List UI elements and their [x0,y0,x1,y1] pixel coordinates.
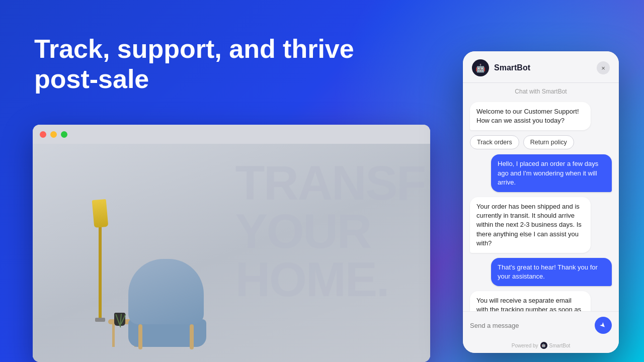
browser-titlebar [33,125,430,144]
browser-content: TRANSF YOUR HOME. [33,144,430,362]
quick-replies-group: Track orders Return policy [470,135,612,149]
message-user-2: That's great to hear! Thank you for your… [491,258,612,286]
bot-name-label: SmartBot [494,63,530,72]
maximize-dot[interactable] [61,131,67,138]
chat-input-area: ➤ [463,311,619,340]
chat-footer-inner: Powered by 🤖 SmartBot [463,342,619,349]
footer-logo: 🤖 [540,342,547,349]
chat-header: 🤖 SmartBot × [463,51,619,83]
robot-icon: 🤖 [475,63,486,73]
chat-close-button[interactable]: × [597,61,610,74]
chat-input-field[interactable] [470,322,591,329]
send-button[interactable]: ➤ [595,317,612,334]
chat-subtitle: Chat with SmartBot [463,83,619,98]
hero-section: Track, support, and thrive post-sale [34,34,354,95]
table-leg-left [112,324,115,347]
lamp-pole [99,227,102,318]
browser-mockup: TRANSF YOUR HOME. [33,125,430,362]
message-bot-3: You will receive a separate email with t… [470,291,591,311]
hero-title-line1: Track, support, and thrive [34,34,354,63]
overlay-line-2: YOUR [235,207,425,255]
lamp-shade [92,199,109,228]
overlay-text: TRANSF YOUR HOME. [235,159,430,304]
hero-title-line2: post-sale [34,64,149,94]
chat-widget: 🤖 SmartBot × Chat with SmartBot Welcome … [463,51,619,353]
message-bot-1: Welcome to our Customer Support! How can… [470,102,591,130]
chat-header-left: 🤖 SmartBot [472,59,530,76]
overlay-line-1: TRANSF [235,159,425,207]
chair-leg-front-left [138,324,142,349]
message-bot-2: Your order has been shipped and is curre… [470,197,591,253]
quick-reply-return-policy[interactable]: Return policy [523,135,574,149]
chair-leg-front-right [190,324,194,349]
chair-back [128,259,204,324]
close-dot[interactable] [40,131,46,138]
smartbot-avatar: 🤖 [472,59,489,76]
plant-decoration [114,313,125,326]
quick-reply-track-orders[interactable]: Track orders [470,135,519,149]
minimize-dot[interactable] [50,131,57,138]
hero-title: Track, support, and thrive post-sale [34,34,354,95]
chair [128,259,206,347]
lamp-base [95,318,105,322]
floor-lamp [93,200,107,322]
message-user-1: Hello, I placed an order a few days ago … [491,154,612,192]
send-icon: ➤ [598,320,608,330]
overlay-line-3: HOME. [235,255,425,304]
chat-messages-container: Welcome to our Customer Support! How can… [463,98,619,311]
powered-by-text: Powered by [512,343,538,348]
chat-footer: Powered by 🤖 SmartBot [463,340,619,353]
footer-brand-name: SmartBot [549,343,571,348]
